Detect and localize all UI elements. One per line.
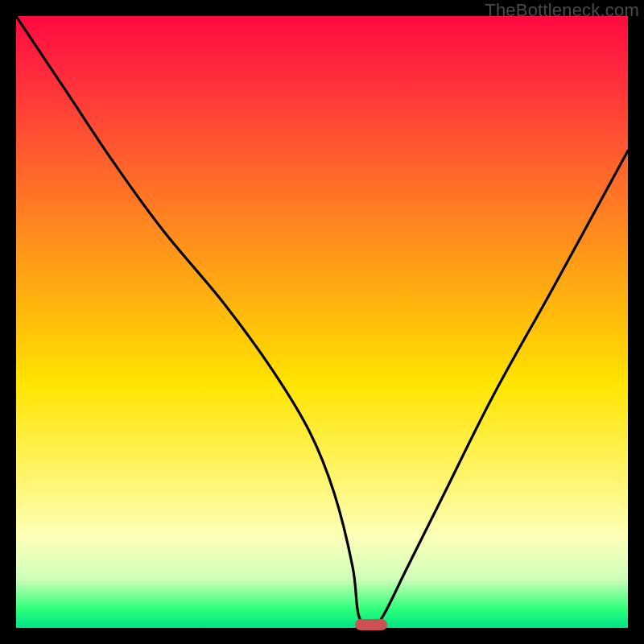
chart-frame: TheBottleneck.com	[0, 0, 644, 644]
minimum-marker	[355, 619, 387, 630]
curve-svg	[16, 16, 628, 628]
plot-area	[16, 16, 628, 628]
bottleneck-curve	[16, 16, 628, 628]
